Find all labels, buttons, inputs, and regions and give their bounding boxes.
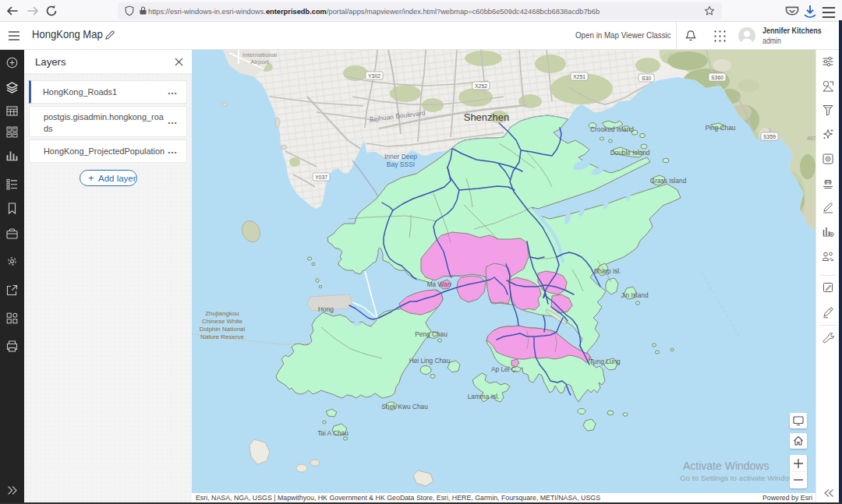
svg-text:Chinese White: Chinese White [202, 318, 243, 325]
svg-text:Shek Kwu Chau: Shek Kwu Chau [381, 403, 428, 411]
svg-text:S30: S30 [642, 76, 651, 81]
svg-text:Double Island: Double Island [610, 149, 650, 157]
svg-text:Hei Ling Chau: Hei Ling Chau [409, 357, 451, 365]
svg-text:Hong: Hong [318, 305, 334, 313]
svg-text:Ap Lei C.: Ap Lei C. [491, 365, 518, 373]
svg-text:Y302: Y302 [368, 73, 380, 79]
svg-text:Y037: Y037 [315, 174, 327, 180]
svg-text:Peng Chau: Peng Chau [415, 330, 448, 338]
svg-text:Inner Deep: Inner Deep [384, 153, 417, 160]
svg-text:Bay SSSI: Bay SSSI [387, 160, 415, 168]
svg-text:Lamma Isl.: Lamma Isl. [468, 393, 500, 400]
svg-text:Zhujiangkou: Zhujiangkou [205, 310, 239, 317]
svg-text:Crooked Island: Crooked Island [590, 125, 634, 133]
svg-text:S360: S360 [711, 75, 723, 80]
svg-text:Ping Chau: Ping Chau [706, 124, 736, 132]
svg-text:X252: X252 [475, 83, 487, 89]
svg-text:Jin Island: Jin Island [621, 291, 648, 299]
svg-text:Tung Lung: Tung Lung [589, 358, 621, 365]
svg-text:467: 467 [807, 136, 815, 141]
svg-text:Dolphin National: Dolphin National [200, 326, 246, 333]
svg-text:International: International [242, 51, 277, 58]
svg-text:Grass Island: Grass Island [650, 177, 687, 185]
svg-text:Shenzhen: Shenzhen [464, 111, 510, 123]
svg-text:S359: S359 [763, 134, 776, 139]
svg-text:Airport: Airport [250, 58, 269, 65]
svg-text:Ma Wan: Ma Wan [427, 280, 451, 288]
svg-text:Nature Reserve: Nature Reserve [200, 333, 245, 340]
svg-text:Sharp Isl.: Sharp Isl. [593, 267, 621, 275]
svg-text:Tai A Chau: Tai A Chau [317, 429, 348, 437]
svg-text:X251: X251 [573, 74, 586, 79]
